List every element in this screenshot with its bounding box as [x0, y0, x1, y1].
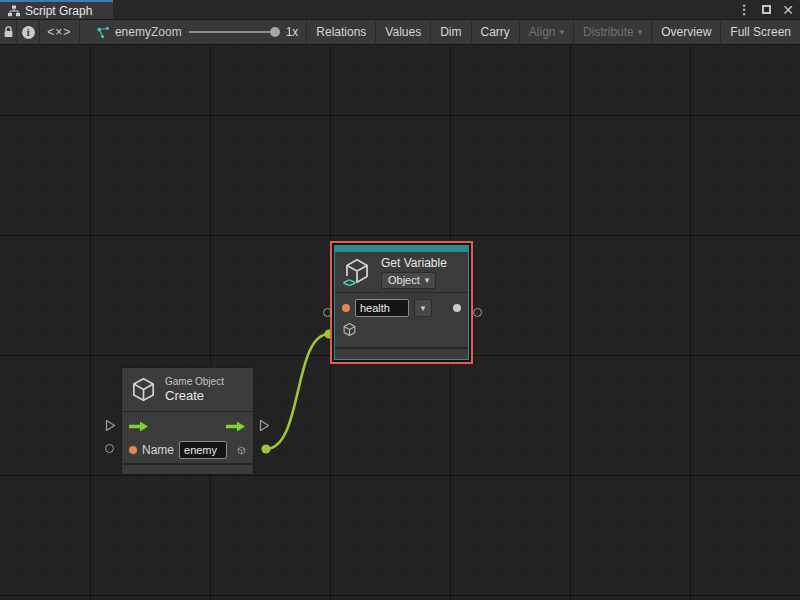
create-flow-out-port[interactable]	[258, 418, 271, 433]
name-input-port[interactable]	[129, 446, 137, 454]
create-name-port[interactable]	[105, 444, 114, 453]
tab-title: Script Graph	[25, 4, 92, 18]
carry-button[interactable]: Carry	[472, 20, 520, 44]
node-title: Create	[165, 388, 224, 403]
object-input-port-icon[interactable]	[342, 322, 357, 337]
chevron-down-icon: ▾	[425, 276, 430, 285]
get-variable-right-port[interactable]	[473, 308, 482, 317]
align-dropdown-button[interactable]: Align▾	[520, 20, 574, 44]
game-object-cube-icon	[130, 376, 157, 403]
info-button[interactable]: i	[17, 20, 39, 44]
create-flow-in-port[interactable]	[104, 418, 117, 433]
zoom-slider-handle[interactable]	[270, 27, 280, 37]
toolbar-middle: enemy Zoom 1x	[80, 20, 307, 44]
graph-hierarchy-icon	[8, 5, 20, 17]
lock-button[interactable]	[0, 20, 17, 44]
variable-picker-dropdown[interactable]: ▾	[414, 299, 432, 317]
value-output-port[interactable]	[453, 304, 461, 312]
breadcrumb-label: enemy	[115, 25, 151, 39]
node-get-variable[interactable]: <> Get Variable Object ▾ ▾	[330, 241, 473, 364]
get-variable-left-port[interactable]	[323, 308, 332, 317]
tab-script-graph[interactable]: Script Graph	[0, 0, 113, 19]
wire-start-dot	[261, 444, 270, 453]
full-screen-button[interactable]: Full Screen	[721, 20, 800, 44]
chevron-down-icon: ▾	[560, 28, 565, 37]
chevron-down-icon: ▾	[638, 28, 643, 37]
variable-scope-dropdown[interactable]: Object ▾	[381, 272, 436, 289]
title-bar: Script Graph ⋮ ✕	[0, 0, 800, 19]
name-input-port[interactable]	[342, 304, 350, 312]
flow-output-arrow-icon[interactable]	[226, 421, 246, 432]
zoom-label: Zoom	[151, 25, 182, 39]
relations-button[interactable]: Relations	[307, 20, 376, 44]
window-menu-icon[interactable]: ⋮	[736, 2, 752, 18]
zoom-value: 1x	[286, 25, 299, 39]
name-value-field[interactable]	[179, 441, 227, 459]
zoom-control: Zoom 1x	[151, 25, 298, 39]
variable-name-field[interactable]	[355, 299, 409, 317]
toolbar: i <×> enemy Zoom 1x Relations Values Dim…	[0, 19, 800, 45]
node-title: Get Variable	[381, 256, 447, 270]
node-footer	[335, 347, 468, 359]
get-variable-header: <> Get Variable Object ▾	[335, 252, 468, 292]
close-icon[interactable]: ✕	[780, 2, 796, 18]
graph-canvas[interactable]: <> Get Variable Object ▾ ▾	[0, 46, 800, 600]
name-label: Name	[142, 443, 174, 457]
values-button[interactable]: Values	[376, 20, 431, 44]
distribute-dropdown-button[interactable]: Distribute▾	[574, 20, 652, 44]
overview-button[interactable]: Overview	[652, 20, 721, 44]
dim-button[interactable]: Dim	[431, 20, 471, 44]
info-icon: i	[22, 26, 35, 39]
lock-icon	[2, 25, 15, 39]
code-preview-button[interactable]: <×>	[40, 20, 80, 44]
flow-input-arrow-icon[interactable]	[129, 421, 149, 432]
code-brackets-icon: <>	[342, 276, 356, 290]
maximize-icon[interactable]	[758, 2, 774, 18]
graph-node-icon	[96, 26, 110, 39]
create-header: Game Object Create	[122, 368, 253, 411]
node-footer	[122, 463, 253, 474]
zoom-slider[interactable]	[189, 26, 279, 38]
node-category: Game Object	[165, 376, 224, 387]
object-output-port-icon[interactable]	[237, 443, 246, 458]
breadcrumb[interactable]: enemy	[96, 25, 151, 39]
node-create-game-object[interactable]: Game Object Create Name	[121, 367, 254, 475]
